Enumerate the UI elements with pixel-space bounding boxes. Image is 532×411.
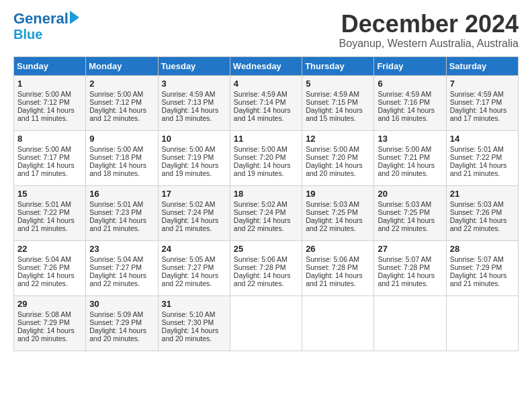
cell-line: Daylight: 14 hours [450,161,515,169]
day-number: 26 [306,244,370,254]
cell-line: and 22 minutes. [234,224,298,232]
cell-line: Daylight: 14 hours [306,216,370,224]
cell-line: and 19 minutes. [162,169,226,177]
cell-line: Sunrise: 5:00 AM [378,145,442,153]
cell-line: and 21 minutes. [17,224,82,232]
cell-line: and 15 minutes. [306,114,370,122]
cell-line: Sunrise: 5:08 AM [17,310,82,318]
cell-line: and 17 minutes. [450,114,515,122]
day-number: 20 [378,189,442,199]
cell-line: and 22 minutes. [306,224,370,232]
cell-line: and 22 minutes. [234,279,298,287]
day-number: 16 [89,189,154,199]
calendar-table: SundayMondayTuesdayWednesdayThursdayFrid… [13,56,519,351]
cell-line: and 21 minutes. [450,169,515,177]
cell-line: and 20 minutes. [306,169,370,177]
cell-line: and 22 minutes. [378,224,442,232]
calendar-cell: 24Sunrise: 5:05 AMSunset: 7:27 PMDayligh… [158,240,230,295]
cell-line: Sunrise: 5:03 AM [378,200,442,208]
cell-line: Daylight: 14 hours [89,326,154,334]
calendar-cell: 30Sunrise: 5:09 AMSunset: 7:29 PMDayligh… [86,295,158,351]
cell-line: Daylight: 14 hours [378,106,442,114]
cell-line: Daylight: 14 hours [17,161,82,169]
cell-line: Sunrise: 5:00 AM [306,145,370,153]
logo: General Blue [13,11,79,42]
cell-line: and 11 minutes. [17,114,82,122]
cell-line: Sunrise: 5:00 AM [234,145,298,153]
day-number: 30 [89,299,154,309]
cell-line: Daylight: 14 hours [234,106,298,114]
cell-line: Daylight: 14 hours [89,271,154,279]
day-number: 4 [234,79,298,89]
cell-line: Daylight: 14 hours [17,106,82,114]
cell-line: Sunset: 7:21 PM [378,153,442,161]
cell-line: Sunset: 7:29 PM [17,318,82,326]
cell-line: Daylight: 14 hours [450,271,515,279]
day-number: 6 [378,79,442,89]
cell-line: Sunset: 7:22 PM [450,153,515,161]
calendar-page: General Blue December 2024 Boyanup, West… [0,0,532,362]
calendar-cell: 23Sunrise: 5:04 AMSunset: 7:27 PMDayligh… [86,240,158,295]
calendar-cell: 31Sunrise: 5:10 AMSunset: 7:30 PMDayligh… [158,295,230,351]
logo-line2: Blue [13,27,42,42]
cell-line: Sunrise: 5:03 AM [450,200,515,208]
calendar-cell: 7Sunrise: 4:59 AMSunset: 7:17 PMDaylight… [446,75,518,130]
cell-line: Daylight: 14 hours [378,161,442,169]
calendar-cell [446,295,518,351]
day-number: 2 [89,79,154,89]
day-of-week-tuesday: Tuesday [158,56,230,75]
cell-line: Daylight: 14 hours [234,161,298,169]
cell-line: Daylight: 14 hours [162,271,226,279]
logo-arrow-icon [70,11,79,24]
cell-line: Sunset: 7:26 PM [17,263,82,271]
cell-line: and 13 minutes. [162,114,226,122]
cell-line: Daylight: 14 hours [234,216,298,224]
calendar-cell: 4Sunrise: 4:59 AMSunset: 7:14 PMDaylight… [230,75,302,130]
cell-line: and 12 minutes. [89,114,154,122]
day-number: 15 [17,189,82,199]
cell-line: Sunrise: 5:09 AM [89,310,154,318]
day-number: 5 [306,79,370,89]
cell-line: Daylight: 14 hours [306,271,370,279]
calendar-cell: 25Sunrise: 5:06 AMSunset: 7:28 PMDayligh… [230,240,302,295]
calendar-cell: 28Sunrise: 5:07 AMSunset: 7:29 PMDayligh… [446,240,518,295]
cell-line: Sunset: 7:14 PM [234,98,298,106]
calendar-cell: 15Sunrise: 5:01 AMSunset: 7:22 PMDayligh… [14,185,86,240]
cell-line: and 22 minutes. [450,224,515,232]
header: General Blue December 2024 Boyanup, West… [13,11,519,50]
calendar-cell: 2Sunrise: 5:00 AMSunset: 7:12 PMDaylight… [86,75,158,130]
cell-line: Sunset: 7:12 PM [89,98,154,106]
calendar-cell: 5Sunrise: 4:59 AMSunset: 7:15 PMDaylight… [302,75,374,130]
cell-line: and 17 minutes. [17,169,82,177]
cell-line: Daylight: 14 hours [450,216,515,224]
cell-line: Daylight: 14 hours [234,271,298,279]
day-number: 8 [17,134,82,144]
day-number: 14 [450,134,515,144]
cell-line: Sunset: 7:20 PM [234,153,298,161]
cell-line: Daylight: 14 hours [378,216,442,224]
cell-line: Sunset: 7:19 PM [162,153,226,161]
cell-line: Sunrise: 5:06 AM [234,255,298,263]
cell-line: Daylight: 14 hours [17,216,82,224]
calendar-cell: 19Sunrise: 5:03 AMSunset: 7:25 PMDayligh… [302,185,374,240]
calendar-cell: 11Sunrise: 5:00 AMSunset: 7:20 PMDayligh… [230,130,302,185]
cell-line: Sunrise: 5:04 AM [17,255,82,263]
day-number: 3 [162,79,226,89]
cell-line: Sunrise: 4:59 AM [234,90,298,98]
cell-line: Sunset: 7:26 PM [450,208,515,216]
day-number: 25 [234,244,298,254]
day-number: 21 [450,189,515,199]
cell-line: Sunrise: 4:59 AM [378,90,442,98]
cell-line: Sunset: 7:25 PM [306,208,370,216]
location-title: Boyanup, Western Australia, Australia [339,38,519,50]
cell-line: and 18 minutes. [89,169,154,177]
cell-line: and 21 minutes. [306,279,370,287]
day-of-week-saturday: Saturday [446,56,518,75]
cell-line: Sunset: 7:24 PM [162,208,226,216]
cell-line: and 22 minutes. [162,279,226,287]
cell-line: and 20 minutes. [162,334,226,342]
month-title: December 2024 [339,11,519,38]
cell-line: and 22 minutes. [17,279,82,287]
cell-line: Daylight: 14 hours [306,161,370,169]
day-of-week-sunday: Sunday [14,56,86,75]
